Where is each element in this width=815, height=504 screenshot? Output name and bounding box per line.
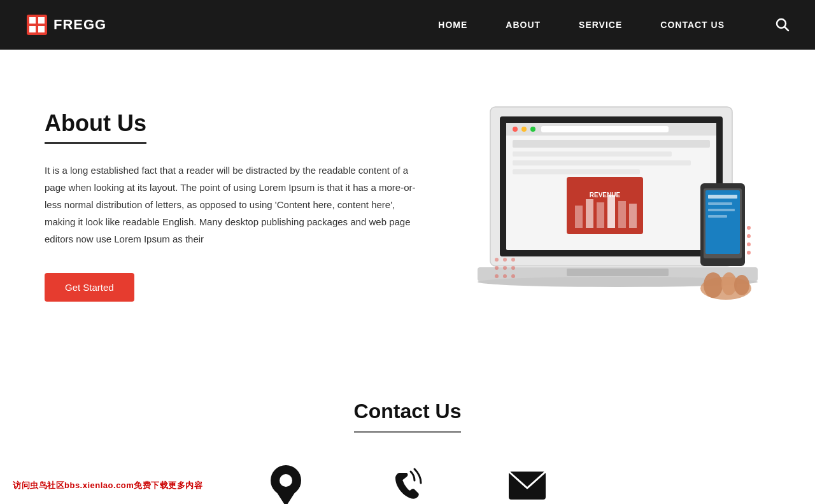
about-content: About Us It is a long established fact t… (45, 110, 427, 302)
svg-rect-22 (586, 199, 593, 228)
about-body-text: It is a long established fact that a rea… (45, 162, 427, 248)
svg-marker-64 (274, 489, 297, 504)
svg-rect-14 (541, 126, 669, 132)
nav-home[interactable]: HOME (438, 20, 467, 30)
svg-point-38 (747, 242, 751, 246)
svg-point-61 (734, 275, 749, 295)
search-icon (776, 18, 790, 32)
phone-icon (386, 466, 425, 504)
svg-point-35 (747, 234, 751, 238)
svg-text:REVENUE: REVENUE (590, 192, 621, 199)
svg-line-6 (785, 27, 789, 31)
contact-title: Contact Us (354, 400, 462, 433)
svg-rect-3 (29, 26, 36, 32)
about-section: About Us It is a long established fact t… (0, 50, 815, 361)
svg-rect-53 (705, 190, 740, 254)
logo-text: FREGG (53, 17, 106, 33)
svg-point-47 (511, 266, 515, 270)
nav-about[interactable]: ABOUT (506, 20, 541, 30)
svg-rect-54 (708, 195, 737, 199)
search-button[interactable] (776, 18, 790, 32)
svg-point-45 (495, 266, 499, 270)
svg-point-46 (503, 266, 507, 270)
svg-point-42 (495, 258, 499, 262)
svg-point-44 (511, 258, 515, 262)
about-title: About Us (45, 110, 146, 144)
svg-rect-26 (629, 204, 637, 228)
svg-rect-12 (521, 127, 527, 132)
about-image: REVENUE (465, 101, 770, 311)
main-nav: HOME ABOUT SERVICE CONTACT US (438, 18, 790, 32)
site-header: FREGG HOME ABOUT SERVICE CONTACT US (0, 0, 815, 50)
svg-point-49 (503, 274, 507, 278)
svg-rect-55 (708, 202, 732, 205)
svg-rect-16 (513, 151, 672, 157)
svg-rect-18 (513, 169, 640, 174)
logo[interactable]: FREGG (25, 13, 106, 36)
get-started-button[interactable]: Get Started (45, 273, 134, 302)
svg-point-41 (747, 251, 751, 255)
svg-rect-2 (38, 17, 45, 24)
svg-point-43 (503, 258, 507, 262)
svg-point-50 (511, 274, 515, 278)
contact-location[interactable] (268, 465, 304, 504)
svg-rect-24 (607, 195, 615, 228)
svg-rect-23 (597, 202, 604, 228)
location-icon (268, 465, 304, 504)
svg-rect-28 (567, 269, 669, 276)
nav-service[interactable]: SERVICE (579, 20, 622, 30)
svg-rect-17 (513, 160, 691, 165)
svg-rect-25 (618, 201, 626, 228)
svg-point-32 (747, 226, 751, 230)
svg-rect-11 (513, 127, 518, 132)
logo-icon (25, 13, 48, 36)
svg-rect-21 (575, 206, 583, 228)
svg-rect-1 (29, 17, 36, 24)
contact-section: Contact Us (0, 361, 815, 504)
laptop-illustration: REVENUE (465, 101, 770, 311)
nav-contact[interactable]: CONTACT US (660, 20, 725, 30)
svg-rect-4 (38, 26, 45, 32)
svg-point-63 (280, 474, 292, 487)
svg-point-48 (495, 274, 499, 278)
contact-phone[interactable] (386, 466, 425, 504)
contact-icons-row (0, 465, 815, 504)
svg-point-59 (704, 272, 723, 298)
contact-email[interactable] (507, 470, 547, 501)
email-icon (507, 470, 547, 501)
svg-rect-57 (708, 215, 727, 218)
svg-rect-15 (513, 140, 710, 148)
svg-rect-13 (530, 127, 535, 132)
svg-rect-56 (708, 209, 735, 211)
